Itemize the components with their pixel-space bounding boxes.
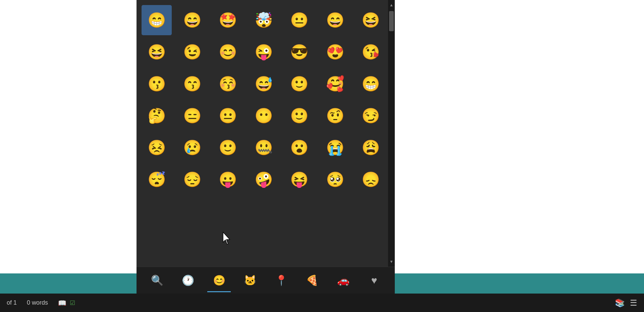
emoji-cell[interactable]: 🥺 <box>320 164 350 195</box>
emoji-cell[interactable]: 🙂 <box>284 101 315 131</box>
emoji-cell[interactable]: 😘 <box>356 37 386 67</box>
smileys-category[interactable]: 😊 <box>207 269 231 292</box>
status-right: 📚 ☰ <box>615 298 637 308</box>
emoji-cell[interactable]: 😁 <box>142 5 172 35</box>
emoji-grid-area: 😁😄🤩🤯😐😄😆😆😉😊😜😎😍😘😗😙😚😅🙂🥰😁🤔😑😐😶🙂🤨😏😣😢🙂🤐😮😭😩😴😔😛🤪😝… <box>137 0 395 267</box>
emoji-cell[interactable]: 😄 <box>320 5 350 35</box>
emoji-panel: ▲ 😁😄🤩🤯😐😄😆😆😉😊😜😎😍😘😗😙😚😅🙂🥰😁🤔😑😐😶🙂🤨😏😣😢🙂🤐😮😭😩😴😔😛… <box>137 0 395 294</box>
emoji-cell[interactable]: 😄 <box>177 5 207 35</box>
scroll-down-button[interactable]: ▼ <box>388 257 395 267</box>
emoji-cell[interactable]: 😝 <box>284 164 315 195</box>
emoji-cell[interactable]: 😆 <box>356 5 386 35</box>
emoji-cell[interactable]: 😑 <box>177 101 207 131</box>
scrollbar-thumb[interactable] <box>389 11 394 31</box>
emoji-cell[interactable]: 🤨 <box>320 101 350 131</box>
word-count: 0 words <box>27 299 48 306</box>
emoji-cell[interactable]: 😣 <box>142 133 172 163</box>
category-bar: 🔍🕐😊🐱📍🍕🚗♥ <box>137 267 395 294</box>
list-view-icon[interactable]: ☰ <box>630 298 637 308</box>
emoji-cell[interactable]: 😔 <box>177 164 207 195</box>
page-info: of 1 <box>7 299 17 306</box>
emoji-cell[interactable]: 😏 <box>356 101 386 131</box>
emoji-cell[interactable]: 😶 <box>249 101 279 131</box>
emoji-cell[interactable]: 🥰 <box>320 69 350 99</box>
emoji-cell[interactable]: 😭 <box>320 133 350 163</box>
emoji-cell[interactable]: 😢 <box>177 133 207 163</box>
emoji-cell[interactable]: 😩 <box>356 133 386 163</box>
emoji-cell[interactable]: 😗 <box>142 69 172 99</box>
emoji-cell[interactable]: 🤔 <box>142 101 172 131</box>
emoji-cell[interactable]: 😮 <box>284 133 315 163</box>
recent-category[interactable]: 🕐 <box>176 269 200 292</box>
emoji-cell[interactable]: 😍 <box>320 37 350 67</box>
check-icon[interactable]: ☑ <box>70 299 75 307</box>
scrollbar-track <box>388 10 395 257</box>
emoji-cell[interactable]: 😐 <box>284 5 315 35</box>
emoji-cell[interactable]: 😴 <box>142 164 172 195</box>
emoji-cell[interactable]: 😜 <box>249 37 279 67</box>
emoji-cell[interactable]: 🙂 <box>213 133 243 163</box>
scroll-up-icon: ▲ <box>389 3 393 7</box>
emoji-cell[interactable]: 😐 <box>213 101 243 131</box>
emoji-cell[interactable]: 😅 <box>249 69 279 99</box>
emoji-cell[interactable]: 🤯 <box>249 5 279 35</box>
emoji-cell[interactable]: 😛 <box>213 164 243 195</box>
emoji-cell[interactable]: 😚 <box>213 69 243 99</box>
status-icons: 📖 ☑ <box>58 299 75 307</box>
emoji-cell[interactable]: 😉 <box>177 37 207 67</box>
emoji-cell[interactable]: 😁 <box>356 69 386 99</box>
travel-category[interactable]: 🚗 <box>331 269 355 292</box>
emoji-cell[interactable]: 😎 <box>284 37 315 67</box>
emoji-cell[interactable]: 🤪 <box>249 164 279 195</box>
book-icon[interactable]: 📖 <box>58 299 66 307</box>
symbols-category[interactable]: ♥ <box>363 269 386 292</box>
emoji-cell[interactable]: 😙 <box>177 69 207 99</box>
emoji-cell[interactable]: 😞 <box>356 164 386 195</box>
scroll-down-icon: ▼ <box>389 259 393 264</box>
emoji-cell[interactable]: 🤩 <box>213 5 243 35</box>
emoji-grid: 😁😄🤩🤯😐😄😆😆😉😊😜😎😍😘😗😙😚😅🙂🥰😁🤔😑😐😶🙂🤨😏😣😢🙂🤐😮😭😩😴😔😛🤪😝… <box>140 3 391 196</box>
scroll-up-button[interactable]: ▲ <box>388 0 395 10</box>
emoji-cell[interactable]: 😆 <box>142 37 172 67</box>
animals-category[interactable]: 🐱 <box>238 269 262 292</box>
search-category[interactable]: 🔍 <box>145 269 169 292</box>
doc-right <box>395 0 644 294</box>
food-category[interactable]: 🍕 <box>301 269 324 292</box>
book-view-icon[interactable]: 📚 <box>615 298 625 308</box>
doc-left <box>0 0 137 294</box>
emoji-cell[interactable]: 😊 <box>213 37 243 67</box>
emoji-cell[interactable]: 🤐 <box>249 133 279 163</box>
emoji-cell[interactable]: 🙂 <box>284 69 315 99</box>
status-bar: of 1 0 words 📖 ☑ 📚 ☰ <box>0 294 644 312</box>
objects-category[interactable]: 📍 <box>269 269 293 292</box>
